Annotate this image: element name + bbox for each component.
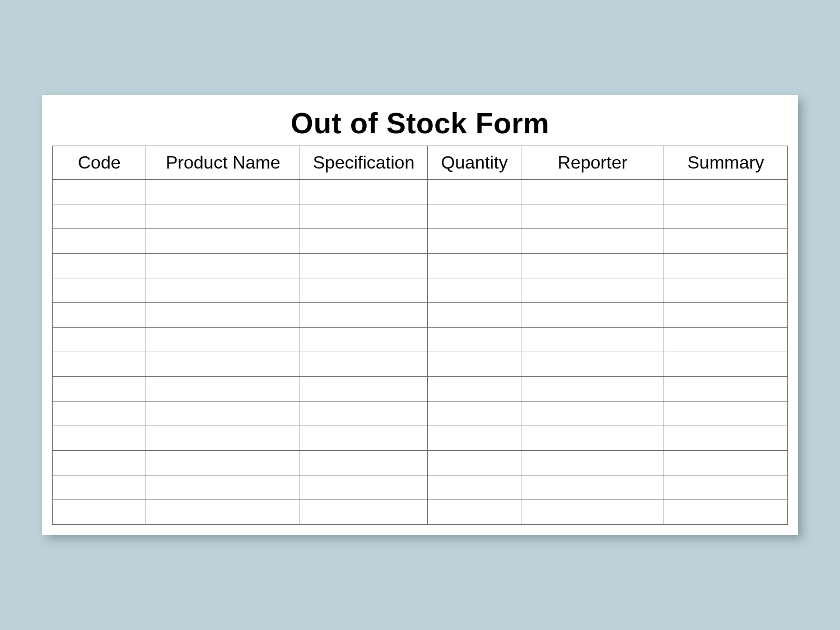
cell[interactable] [521,426,664,451]
stock-form-table: Code Product Name Specification Quantity… [52,146,788,525]
cell[interactable] [521,180,664,204]
cell[interactable] [427,500,521,525]
col-header-specification: Specification [300,146,428,180]
cell[interactable] [664,451,787,475]
cell[interactable] [146,352,300,377]
cell[interactable] [53,204,146,229]
cell[interactable] [664,278,787,303]
cell[interactable] [146,278,300,303]
table-row [53,352,788,377]
cell[interactable] [521,204,664,229]
cell[interactable] [664,352,787,377]
table-row [53,278,788,303]
cell[interactable] [53,402,146,426]
cell[interactable] [521,352,664,377]
cell[interactable] [300,254,428,278]
cell[interactable] [427,402,521,426]
table-row [53,402,788,426]
cell[interactable] [300,500,428,525]
cell[interactable] [427,278,521,303]
cell[interactable] [427,328,521,352]
cell[interactable] [300,475,428,500]
cell[interactable] [664,402,787,426]
cell[interactable] [146,328,300,352]
cell[interactable] [521,254,664,278]
cell[interactable] [146,451,300,475]
cell[interactable] [664,303,787,328]
cell[interactable] [664,204,787,229]
cell[interactable] [521,500,664,525]
col-header-reporter: Reporter [521,146,664,180]
cell[interactable] [300,303,428,328]
table-row [53,180,788,204]
cell[interactable] [664,254,787,278]
cell[interactable] [146,229,300,254]
cell[interactable] [53,229,146,254]
cell[interactable] [146,254,300,278]
cell[interactable] [300,402,428,426]
cell[interactable] [521,328,664,352]
table-row [53,204,788,229]
col-header-product-name: Product Name [146,146,300,180]
cell[interactable] [53,377,146,402]
cell[interactable] [53,254,146,278]
cell[interactable] [146,180,300,204]
cell[interactable] [146,475,300,500]
cell[interactable] [427,303,521,328]
cell[interactable] [146,426,300,451]
table-row [53,475,788,500]
cell[interactable] [300,180,428,204]
cell[interactable] [53,328,146,352]
cell[interactable] [427,254,521,278]
cell[interactable] [427,475,521,500]
cell[interactable] [53,352,146,377]
table-row [53,254,788,278]
table-row [53,426,788,451]
cell[interactable] [521,229,664,254]
cell[interactable] [664,180,787,204]
cell[interactable] [146,303,300,328]
col-header-quantity: Quantity [427,146,521,180]
cell[interactable] [53,180,146,204]
cell[interactable] [300,278,428,303]
cell[interactable] [53,426,146,451]
table-row [53,303,788,328]
cell[interactable] [427,180,521,204]
cell[interactable] [427,426,521,451]
cell[interactable] [300,377,428,402]
cell[interactable] [300,426,428,451]
cell[interactable] [664,426,787,451]
cell[interactable] [521,303,664,328]
cell[interactable] [146,204,300,229]
cell[interactable] [53,303,146,328]
cell[interactable] [664,229,787,254]
cell[interactable] [427,204,521,229]
cell[interactable] [521,451,664,475]
cell[interactable] [664,500,787,525]
table-row [53,328,788,352]
cell[interactable] [664,328,787,352]
cell[interactable] [427,451,521,475]
cell[interactable] [53,475,146,500]
cell[interactable] [521,377,664,402]
table-row [53,451,788,475]
cell[interactable] [427,377,521,402]
cell[interactable] [521,278,664,303]
cell[interactable] [427,229,521,254]
cell[interactable] [300,328,428,352]
cell[interactable] [664,475,787,500]
cell[interactable] [53,500,146,525]
cell[interactable] [300,352,428,377]
cell[interactable] [521,475,664,500]
cell[interactable] [146,500,300,525]
cell[interactable] [300,451,428,475]
cell[interactable] [300,204,428,229]
cell[interactable] [146,377,300,402]
cell[interactable] [664,377,787,402]
cell[interactable] [521,402,664,426]
cell[interactable] [427,352,521,377]
cell[interactable] [300,229,428,254]
cell[interactable] [53,451,146,475]
cell[interactable] [146,402,300,426]
cell[interactable] [53,278,146,303]
